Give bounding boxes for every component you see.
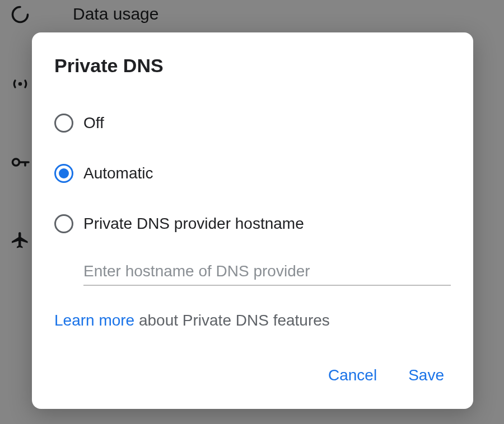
radio-button-icon (54, 114, 73, 133)
radio-option-automatic[interactable]: Automatic (54, 148, 451, 199)
cancel-button[interactable]: Cancel (326, 362, 379, 389)
private-dns-dialog: Private DNS Off Automatic Private DNS pr… (32, 32, 473, 409)
radio-button-icon (54, 164, 73, 183)
radio-label: Private DNS provider hostname (83, 215, 304, 233)
dialog-actions: Cancel Save (54, 362, 451, 395)
radio-label: Automatic (83, 164, 153, 182)
radio-option-hostname[interactable]: Private DNS provider hostname (54, 199, 451, 249)
learn-more-row: Learn more about Private DNS features (54, 312, 451, 329)
dialog-title: Private DNS (54, 55, 451, 77)
learn-more-link[interactable]: Learn more (54, 312, 134, 329)
dns-mode-radio-group: Off Automatic Private DNS provider hostn… (54, 98, 451, 249)
radio-label: Off (83, 114, 104, 132)
radio-button-icon (54, 214, 73, 233)
save-button[interactable]: Save (406, 362, 446, 389)
learn-more-text: about Private DNS features (134, 312, 330, 329)
dns-hostname-input[interactable] (83, 259, 451, 286)
radio-option-off[interactable]: Off (54, 98, 451, 148)
